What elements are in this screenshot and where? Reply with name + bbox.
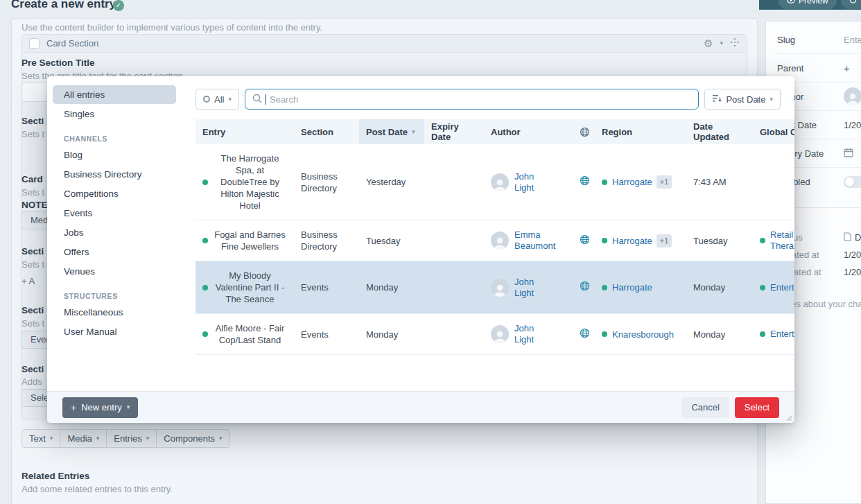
- entry-title: The Harrogate Spa, at DoubleTree by Hilt…: [213, 153, 287, 211]
- globe-column-icon[interactable]: [574, 119, 595, 144]
- content-builder-buttons: Text▾Media▾Entries▾Components▾: [21, 429, 229, 448]
- globe-icon: [580, 328, 590, 341]
- new-entry-button[interactable]: + New entry ▾: [62, 397, 138, 418]
- new-entry-label: New entry: [81, 402, 122, 412]
- region-link[interactable]: Harrogate: [612, 176, 652, 188]
- detail-field-value: 1/20: [844, 120, 861, 130]
- chevron-down-icon: ▾: [412, 129, 415, 135]
- region-link[interactable]: Harrogate: [612, 235, 652, 247]
- sidebar-item-competitions[interactable]: Competitions: [53, 184, 176, 203]
- column-entry[interactable]: Entry: [195, 119, 294, 144]
- block-type-button-text[interactable]: Text▾: [21, 429, 60, 448]
- author-link[interactable]: John Light: [514, 323, 553, 345]
- related-entries-help: Add some related entries to this entry.: [21, 484, 173, 494]
- sidebar-item-blog[interactable]: Blog: [53, 146, 176, 164]
- column-global-categories[interactable]: Global Categories: [753, 119, 794, 144]
- global-category-link[interactable]: Entertainment: [770, 282, 794, 293]
- sort-icon: [712, 94, 722, 105]
- region-count-badge: +1: [656, 175, 672, 189]
- block-type-button-media[interactable]: Media▾: [60, 429, 107, 448]
- globe-icon: [580, 234, 590, 247]
- region-link[interactable]: Harrogate: [612, 281, 652, 293]
- card-section-label: Card Section: [46, 38, 98, 49]
- select-button[interactable]: Select: [735, 397, 779, 418]
- move-handle-icon[interactable]: [730, 37, 740, 49]
- block-type-label: Entries: [114, 433, 141, 444]
- add-parent-button[interactable]: +: [844, 62, 850, 74]
- meta-value: Draft: [844, 232, 861, 243]
- column-date-updated[interactable]: Date Updated: [686, 119, 753, 144]
- sidebar-item-venues[interactable]: Venues: [53, 262, 176, 281]
- chevron-down-icon: ▾: [769, 96, 773, 103]
- column-author[interactable]: Author: [484, 119, 574, 144]
- avatar: [491, 279, 509, 297]
- table-row[interactable]: Fogal and Barnes Fine JewellersBusiness …: [195, 220, 794, 261]
- expiry-date-cell: [424, 144, 484, 220]
- chevron-down-icon: ▾: [720, 40, 723, 46]
- enabled-toggle[interactable]: [844, 176, 861, 188]
- table-row[interactable]: My Bloody Valentine Part II - The Seance…: [195, 261, 794, 314]
- column-label: Author: [491, 127, 521, 137]
- block-type-button-components[interactable]: Components▾: [156, 429, 229, 448]
- chevron-down-icon: ▾: [127, 404, 130, 410]
- column-label: Date Updated: [693, 121, 746, 142]
- author-link[interactable]: Emma Beaumont: [514, 229, 553, 252]
- column-label: Section: [301, 127, 333, 137]
- author-avatar[interactable]: [844, 87, 861, 105]
- status-filter-button[interactable]: All ▾: [195, 89, 239, 110]
- plus-icon: +: [71, 402, 76, 413]
- author-link[interactable]: John Light: [514, 171, 553, 193]
- sort-label: Post Date: [726, 94, 765, 105]
- global-category-link[interactable]: Retail Therapy: [770, 229, 794, 252]
- column-label: Region: [602, 127, 632, 137]
- avatar: [491, 173, 509, 191]
- sidebar-item-offers[interactable]: Offers: [53, 243, 176, 261]
- sidebar-item-user-manual[interactable]: User Manual: [53, 322, 176, 341]
- sort-button[interactable]: Post Date ▾: [704, 89, 781, 110]
- eye-icon: [787, 0, 795, 6]
- sidebar-item-business-directory[interactable]: Business Directory: [53, 165, 176, 184]
- gear-icon[interactable]: ⚙: [704, 38, 713, 49]
- chevron-down-icon: ▾: [96, 435, 100, 442]
- global-category-link[interactable]: Entertainment: [770, 329, 794, 340]
- detail-field-label: Slug: [777, 35, 844, 45]
- section-cell: Events: [294, 261, 359, 313]
- sidebar-item-events[interactable]: Events: [53, 204, 176, 223]
- column-post-date[interactable]: Post Date▾: [359, 119, 424, 144]
- table-row[interactable]: Alfie Moore - Fair Cop/Last StandEventsM…: [195, 314, 794, 355]
- status-dot-icon: [602, 285, 607, 290]
- expiry-date-cell: [424, 261, 484, 313]
- view-button[interactable]: View: [841, 0, 861, 9]
- author-cell: John Light: [484, 314, 574, 354]
- status-dot-icon: [602, 180, 607, 185]
- sidebar-item-jobs[interactable]: Jobs: [53, 223, 176, 242]
- search-box: [245, 89, 699, 110]
- search-input[interactable]: [270, 94, 691, 105]
- cancel-button[interactable]: Cancel: [681, 397, 729, 418]
- sidebar-item-miscellaneous[interactable]: Miscellaneous: [53, 303, 176, 322]
- text-caret: [266, 94, 266, 105]
- meta-value-text: Draft: [855, 232, 861, 243]
- share-icon: [849, 0, 857, 6]
- preview-button[interactable]: Preview: [779, 0, 837, 9]
- column-label: Global Categories: [760, 127, 794, 137]
- column-expiry-date[interactable]: Expiry Date: [424, 119, 484, 144]
- slug-input[interactable]: [844, 35, 861, 45]
- sidebar-item-all-entries[interactable]: All entries: [53, 85, 176, 104]
- entry-cell: The Harrogate Spa, at DoubleTree by Hilt…: [195, 144, 294, 220]
- table-row[interactable]: The Harrogate Spa, at DoubleTree by Hilt…: [195, 144, 794, 220]
- column-section[interactable]: Section: [294, 119, 359, 144]
- author-link[interactable]: John Light: [514, 277, 553, 299]
- table-header: EntrySectionPost Date▾Expiry DateAuthorR…: [195, 119, 794, 144]
- section-cell: Events: [294, 314, 359, 354]
- entry-select-modal: All entriesSinglesCHANNELSBlogBusiness D…: [47, 76, 794, 423]
- sidebar-item-singles[interactable]: Singles: [53, 105, 176, 123]
- region-cell: Harrogate+1: [595, 144, 686, 220]
- detail-field-control: [844, 176, 861, 188]
- block-type-button-entries[interactable]: Entries▾: [106, 429, 157, 448]
- column-region[interactable]: Region: [595, 119, 686, 144]
- preview-label: Preview: [799, 0, 828, 6]
- region-link[interactable]: Knaresborough: [612, 329, 674, 340]
- card-section-checkbox[interactable]: [29, 38, 40, 49]
- resize-handle-icon[interactable]: [785, 413, 792, 421]
